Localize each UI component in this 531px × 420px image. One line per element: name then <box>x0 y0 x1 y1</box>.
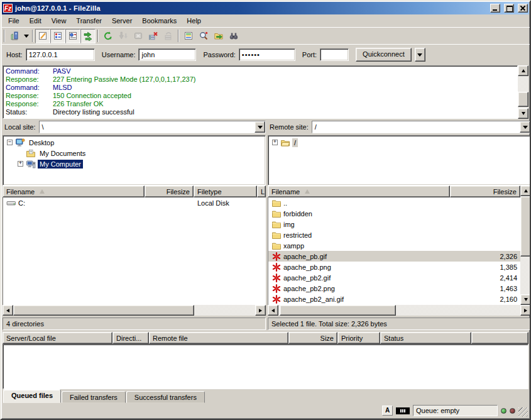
queue-list[interactable] <box>3 344 528 389</box>
file-row-apache-pb2-gif[interactable]: apache_pb2.gif 2,414 <box>268 272 520 283</box>
combo-dropdown-icon[interactable] <box>520 121 530 133</box>
column-header-lastmodified[interactable]: L <box>257 185 266 197</box>
tree-item-my-documents[interactable]: My Documents <box>4 148 264 158</box>
column-header-filesize[interactable]: Filesize <box>145 185 194 197</box>
site-manager-icon[interactable] <box>7 29 22 43</box>
expand-icon[interactable]: + <box>18 161 23 167</box>
combo-dropdown-icon[interactable] <box>255 121 265 133</box>
local-file-list[interactable]: C: Local Disk <box>3 197 266 305</box>
column-header-direction[interactable]: Directi... <box>112 332 149 344</box>
collapse-icon[interactable]: − <box>7 140 13 145</box>
file-row-apache-pb2-ani-gif[interactable]: apache_pb2_ani.gif 2,160 <box>268 294 520 304</box>
tree-item-root[interactable]: + / <box>270 137 529 148</box>
site-manager-dropdown-icon[interactable] <box>22 29 30 43</box>
menu-bookmarks[interactable]: Bookmarks <box>137 16 182 26</box>
quickconnect-dropdown-icon[interactable] <box>415 48 425 62</box>
column-header-server-local-file[interactable]: Server/Local file <box>3 332 112 344</box>
toggle-message-log-icon[interactable] <box>35 29 50 43</box>
column-header-size[interactable]: Size <box>288 332 337 344</box>
title-bar[interactable]: Fz john@127.0.0.1 - FileZilla <box>2 2 529 14</box>
password-input[interactable]: •••••• <box>239 48 295 61</box>
disconnect-icon[interactable] <box>146 29 161 43</box>
local-directory-tree[interactable]: − Desktop My Documents + My Computer <box>3 135 266 185</box>
tab-queued-files[interactable]: Queued files <box>3 389 61 403</box>
scroll-down-icon[interactable] <box>520 294 531 305</box>
message-log-view[interactable]: Command:PASV Response:227 Entering Passi… <box>3 65 518 119</box>
resize-grip[interactable] <box>518 407 528 417</box>
scroll-up-icon[interactable] <box>520 185 531 196</box>
open-folder-icon <box>280 138 290 148</box>
scroll-right-icon[interactable] <box>520 305 531 316</box>
column-header-filetype[interactable]: Filetype <box>194 185 257 197</box>
menu-edit[interactable]: Edit <box>25 16 47 26</box>
refresh-icon[interactable] <box>101 29 116 43</box>
file-row-apache-pb-gif[interactable]: apache_pb.gif 2,326 <box>268 251 520 262</box>
column-header-filesize[interactable]: Filesize <box>450 185 520 197</box>
scroll-up-icon[interactable] <box>518 65 528 76</box>
column-header-filename[interactable]: Filename <box>268 185 450 197</box>
scroll-thumb[interactable] <box>520 196 531 257</box>
file-search-icon[interactable] <box>196 29 211 43</box>
file-row-c-drive[interactable]: C: Local Disk <box>3 197 266 208</box>
port-input[interactable] <box>320 48 349 61</box>
remote-list-scrollbar[interactable] <box>520 185 531 305</box>
file-row-restricted[interactable]: restricted <box>268 229 520 240</box>
column-header-priority[interactable]: Priority <box>337 332 380 344</box>
scroll-down-icon[interactable] <box>518 108 528 119</box>
toggle-local-tree-icon[interactable] <box>50 29 65 43</box>
file-row-apache-pb-png[interactable]: apache_pb.png 1,385 <box>268 262 520 272</box>
tree-item-my-computer[interactable]: + My Computer <box>4 158 264 169</box>
process-queue-icon[interactable] <box>116 29 131 43</box>
directory-listing-filters-icon[interactable] <box>181 29 196 43</box>
toggle-remote-tree-icon[interactable] <box>65 29 80 43</box>
menu-view[interactable]: View <box>47 16 72 26</box>
scroll-left-icon[interactable] <box>3 305 13 316</box>
file-row-img[interactable]: img <box>268 219 520 229</box>
reconnect-icon[interactable] <box>161 29 176 43</box>
scroll-thumb[interactable] <box>13 305 194 316</box>
log-scrollbar[interactable] <box>518 65 528 119</box>
disk-drive-icon <box>6 198 16 208</box>
file-row-parent[interactable]: .. <box>268 197 520 208</box>
host-input[interactable]: 127.0.0.1 <box>26 48 95 61</box>
scroll-thumb[interactable] <box>280 305 396 316</box>
quickconnect-button[interactable]: Quickconnect <box>356 48 412 62</box>
remote-horizontal-scrollbar[interactable] <box>268 305 531 316</box>
close-button[interactable] <box>518 4 528 13</box>
remote-directory-tree[interactable]: + / <box>268 135 531 185</box>
file-row-forbidden[interactable]: forbidden <box>268 208 520 219</box>
column-header-remote-file[interactable]: Remote file <box>149 332 288 344</box>
remote-site-combobox[interactable]: / <box>312 121 531 133</box>
menu-file[interactable]: File <box>3 16 25 26</box>
menu-server[interactable]: Server <box>107 16 137 26</box>
file-row-xampp[interactable]: xampp <box>268 240 520 251</box>
menu-transfer[interactable]: Transfer <box>71 16 107 26</box>
toolbar-separator <box>32 30 33 42</box>
toggle-transfer-queue-icon[interactable] <box>80 29 96 43</box>
synchronized-browsing-icon[interactable] <box>211 29 226 43</box>
file-row-apache-pb2-png[interactable]: apache_pb2.png 1,463 <box>268 283 520 294</box>
tree-item-desktop[interactable]: − Desktop <box>4 137 264 148</box>
scroll-thumb[interactable] <box>518 92 528 107</box>
scroll-right-icon[interactable] <box>255 305 266 316</box>
tab-successful-transfers[interactable]: Successful transfers <box>126 391 205 403</box>
directory-comparison-icon[interactable] <box>226 29 241 43</box>
menu-help[interactable]: Help <box>182 16 206 26</box>
expand-icon[interactable]: + <box>272 140 278 145</box>
log-line: Response:227 Entering Passive Mode (127,… <box>4 75 517 84</box>
maximize-button[interactable] <box>504 4 514 13</box>
desktop-icon <box>15 138 25 148</box>
cancel-operation-icon[interactable] <box>131 29 146 43</box>
column-header-status[interactable]: Status <box>380 332 471 344</box>
tab-failed-transfers[interactable]: Failed transfers <box>62 391 126 403</box>
column-header-filename[interactable]: Filename <box>3 185 145 197</box>
data-type-indicator-icon[interactable]: A <box>382 406 393 416</box>
username-input[interactable]: john <box>138 48 196 61</box>
local-site-combobox[interactable]: \ <box>39 121 266 133</box>
speed-limit-icon[interactable] <box>396 407 410 414</box>
scroll-left-icon[interactable] <box>268 305 278 316</box>
image-file-icon <box>271 294 282 304</box>
minimize-button[interactable] <box>490 4 500 13</box>
remote-file-list[interactable]: .. forbidden img restricted <box>268 197 520 305</box>
local-horizontal-scrollbar[interactable] <box>3 305 266 316</box>
